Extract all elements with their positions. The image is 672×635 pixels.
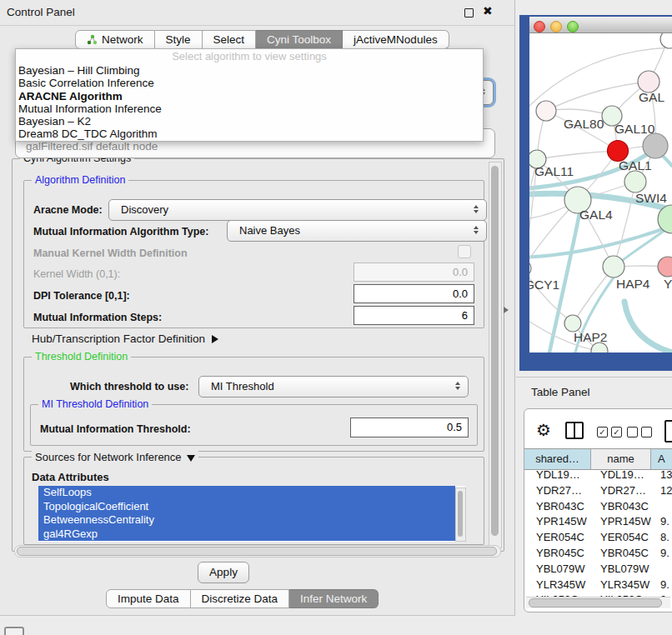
table-row[interactable]: YER054CYER054C8.	[524, 531, 672, 547]
attribute-item-selfloops[interactable]: SelfLoops	[38, 486, 455, 500]
network-node[interactable]	[624, 171, 646, 192]
apply-button[interactable]: Apply	[198, 562, 249, 583]
network-node-gcy1[interactable]	[529, 260, 531, 277]
attribute-item-betweennesscentrality[interactable]: BetweennessCentrality	[38, 513, 455, 528]
table-cell: YBL079W	[600, 562, 649, 575]
algorithm-dropdown-popup: Select algorithm to view settings Bayesi…	[15, 48, 484, 142]
table-cell: YDL19…	[536, 468, 580, 481]
attribute-item-topologicalcoefficient[interactable]: TopologicalCoefficient	[38, 500, 455, 514]
settings-horizontal-scrollbar[interactable]	[14, 545, 501, 558]
data-attributes-list: SelfLoopsTopologicalCoefficientBetweenne…	[38, 486, 465, 542]
table-cell: YPR145W	[536, 515, 587, 528]
table-row[interactable]: YPR145WYPR145W9.	[524, 515, 672, 531]
which-threshold-value: MI Threshold	[211, 380, 274, 392]
table-cell: YBR043C	[600, 500, 649, 512]
checked-box-icon[interactable]: ✓	[611, 427, 622, 438]
algorithm-prompt: Select algorithm to view settings	[16, 49, 483, 64]
sources-group-title[interactable]: Sources for Network Inference	[32, 451, 198, 463]
checked-box-icon[interactable]: ✓	[597, 427, 608, 438]
node-label: GAL80	[564, 117, 604, 131]
network-node-hap2[interactable]	[564, 315, 581, 332]
page-icon[interactable]	[664, 420, 672, 442]
mi-threshold-field[interactable]: 0.5	[350, 418, 469, 438]
settings-hscroll-thumb[interactable]	[17, 547, 497, 556]
attributes-scrollbar[interactable]	[455, 488, 466, 542]
tab-jactivemnodules[interactable]: jActiveMNodules	[343, 30, 449, 49]
minimized-window-icon[interactable]	[4, 627, 24, 635]
table-row[interactable]: YBR043CYBR043C	[524, 500, 672, 516]
close-traffic-light[interactable]	[534, 21, 545, 32]
tab-network[interactable]: Network	[75, 30, 155, 49]
network-canvas[interactable]: GALGAL80GAL10GAL1GAL11SWI4GAL4GCY1HAP4YH…	[529, 33, 672, 352]
network-edge[interactable]	[537, 151, 618, 159]
table-cell: YBR045C	[600, 547, 649, 559]
node-label: GAL4	[579, 208, 613, 222]
mi-steps-field[interactable]: 6	[354, 306, 474, 325]
tab-infer-network[interactable]: Infer Network	[289, 589, 379, 608]
algorithm-option-bayesian-k2[interactable]: Bayesian – K2	[16, 115, 483, 128]
tab-cyni-toolbox[interactable]: Cyni Toolbox	[256, 30, 343, 49]
column-header-partial[interactable]: A	[651, 449, 672, 469]
mi-algorithm-type-select[interactable]: Naive Bayes	[227, 220, 487, 242]
network-node[interactable]	[660, 33, 672, 48]
manual-kernel-checkbox[interactable]	[458, 245, 471, 258]
dpi-tolerance-field[interactable]: 0.0	[354, 284, 474, 303]
table-cell: 12.	[660, 484, 672, 497]
panel-resize-handle[interactable]	[504, 307, 509, 313]
settings-vscroll-thumb[interactable]	[491, 166, 499, 536]
unchecked-box-icon[interactable]	[627, 427, 638, 438]
network-node[interactable]	[643, 133, 668, 158]
algorithm-definition-title: Algorithm Definition	[32, 174, 128, 186]
columns-icon[interactable]	[565, 422, 584, 439]
mi-type-label: Mutual Information Algorithm Type:	[33, 226, 208, 238]
table-header-row: shared… name A	[524, 448, 672, 470]
node-label: GAL10	[614, 122, 655, 136]
table-cell: YLR345W	[536, 578, 585, 591]
node-label: SWI4	[635, 191, 667, 205]
network-edge[interactable]	[546, 82, 649, 111]
float-window-icon[interactable]	[464, 8, 474, 18]
which-threshold-select[interactable]: MI Threshold	[198, 376, 469, 398]
attribute-item-gal4rgexp[interactable]: gal4RGexp	[38, 528, 455, 542]
kernel-width-field[interactable]: 0.0	[354, 262, 474, 282]
algorithm-option-mutual-information-inference[interactable]: Mutual Information Inference	[16, 102, 483, 115]
tab-impute-data[interactable]: Impute Data	[106, 589, 191, 608]
network-edge[interactable]	[624, 302, 672, 352]
tab-discretize-data[interactable]: Discretize Data	[191, 589, 290, 608]
attributes-scroll-thumb[interactable]	[458, 491, 463, 537]
network-node-hap4[interactable]	[603, 256, 624, 278]
column-header-shared[interactable]: shared…	[524, 449, 591, 469]
settings-vertical-scrollbar[interactable]	[489, 162, 502, 548]
unchecked-box-icon[interactable]	[641, 427, 652, 438]
network-node-y[interactable]	[658, 257, 672, 277]
algorithm-option-basic-correlation-inference[interactable]: Basic Correlation Inference	[16, 77, 483, 89]
table-cell: YBR045C	[536, 547, 584, 559]
table-row[interactable]: YBL079WYBL079W	[524, 562, 672, 578]
table-hscroll-thumb[interactable]	[529, 598, 662, 608]
algorithm-options: Bayesian – Hill ClimbingBasic Correlatio…	[16, 64, 483, 141]
network-window-titlebar[interactable]	[529, 17, 672, 33]
algorithm-option-bayesian-hill-climbing[interactable]: Bayesian – Hill Climbing	[16, 64, 483, 77]
table-rows[interactable]: YDL19…YDL19…13.YDR27…YDR27…12.YBR043CYBR…	[524, 468, 672, 599]
table-row[interactable]: YLR345WYLR345W9.	[524, 578, 672, 594]
hub-definition-toggle[interactable]: Hub/Transcription Factor Definition	[32, 332, 218, 345]
algorithm-option-aracne-algorithm[interactable]: ARACNE Algorithm	[16, 90, 483, 102]
minimize-traffic-light[interactable]	[550, 21, 562, 32]
aracne-mode-value: Discovery	[121, 203, 168, 216]
table-row[interactable]: YDL19…YDL19…13.	[524, 468, 672, 484]
table-row[interactable]: YDR27…YDR27…12.	[524, 484, 672, 500]
close-icon[interactable]: ✖	[483, 4, 493, 18]
aracne-mode-select[interactable]: Discovery	[108, 199, 487, 221]
table-cell: 13.	[660, 468, 672, 481]
tab-label: Network	[102, 31, 143, 48]
algorithm-option-dream8-dc-tdc-algorithm[interactable]: Dream8 DC_TDC Algorithm	[16, 128, 483, 140]
tab-select[interactable]: Select	[203, 30, 257, 49]
gear-icon[interactable]: ⚙	[536, 422, 551, 438]
zoom-traffic-light[interactable]	[567, 21, 579, 32]
table-cell: YPR145W	[600, 515, 651, 528]
table-row[interactable]: YBR045CYBR045C9.	[524, 547, 672, 562]
network-view-window: GALGAL80GAL10GAL1GAL11SWI4GAL4GCY1HAP4YH…	[519, 15, 672, 371]
network-node-gal80[interactable]	[536, 101, 556, 121]
tab-style[interactable]: Style	[155, 30, 203, 49]
column-header-name[interactable]: name	[591, 449, 651, 469]
